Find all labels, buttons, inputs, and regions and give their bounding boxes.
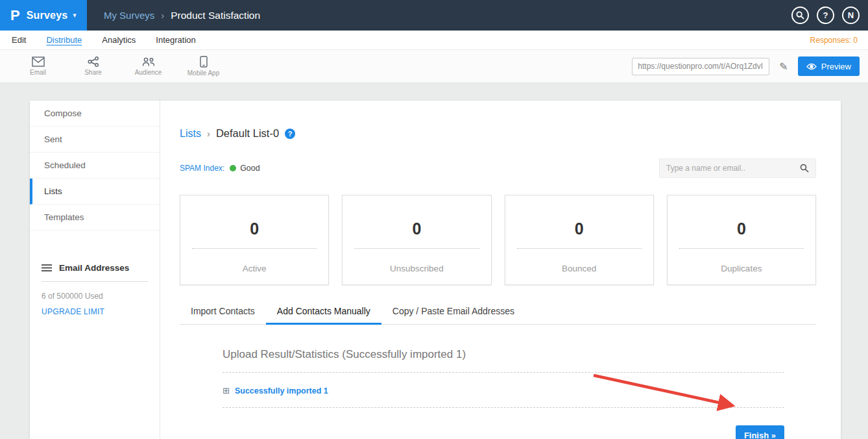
toolbar-item-audience[interactable]: Audience	[121, 56, 176, 76]
list-name: Default List-0	[216, 127, 279, 140]
stat-label: Duplicates	[721, 264, 762, 273]
caret-down-icon: ▾	[73, 11, 77, 19]
tab-analytics[interactable]: Analytics	[102, 35, 136, 45]
sidebar-item-templates[interactable]: Templates	[30, 205, 160, 231]
toolbar-item-email[interactable]: Email	[10, 56, 66, 76]
questionpro-logo: P	[10, 7, 20, 24]
upload-heading: Upload Result/Statistics (Successfully i…	[223, 348, 784, 373]
tab-copy-paste-email-addresses[interactable]: Copy / Paste Email Addresses	[381, 306, 525, 325]
sidebar-item-compose[interactable]: Compose	[30, 101, 160, 127]
survey-url-input[interactable]	[632, 58, 769, 75]
email-distribution-card: Compose Sent Scheduled Lists Templates E…	[30, 101, 841, 439]
breadcrumb-separator: ›	[161, 10, 164, 21]
page-body: Compose Sent Scheduled Lists Templates E…	[0, 83, 868, 439]
stat-card-unsubscribed: 0 Unsubscribed	[342, 195, 491, 285]
stat-value: 0	[354, 220, 479, 249]
top-bar: P Surveys ▾ My Surveys › Product Satisfa…	[0, 0, 868, 31]
stat-card-duplicates: 0 Duplicates	[667, 195, 816, 285]
tab-import-contacts[interactable]: Import Contacts	[180, 306, 266, 325]
search-icon[interactable]	[800, 164, 809, 173]
topbar-actions: ? N	[791, 0, 868, 31]
stat-value: 0	[517, 220, 642, 249]
email-addresses-header: Email Addresses	[42, 263, 148, 282]
breadcrumb: My Surveys › Product Satisfaction	[104, 0, 260, 31]
tab-distribute[interactable]: Distribute	[46, 35, 82, 45]
stat-label: Active	[243, 264, 267, 273]
global-search-button[interactable]	[791, 6, 809, 24]
edit-url-button[interactable]: ✎	[779, 60, 788, 73]
spam-status: Good	[240, 164, 260, 173]
email-addresses-title: Email Addresses	[59, 263, 129, 273]
status-dot	[230, 165, 236, 171]
preview-button-label: Preview	[821, 62, 851, 71]
surveys-menu[interactable]: P Surveys ▾	[0, 0, 87, 31]
eye-icon	[806, 63, 817, 70]
toolbar-item-share[interactable]: Share	[66, 56, 121, 76]
share-icon	[88, 56, 99, 67]
tab-edit[interactable]: Edit	[12, 35, 26, 45]
spam-row: SPAM Index: Good	[180, 158, 816, 178]
upgrade-limit-link[interactable]: UPGRADE LIMIT	[42, 307, 148, 316]
sidebar-item-lists[interactable]: Lists	[30, 179, 160, 205]
toolbar-item-label: Share	[84, 69, 102, 76]
email-icon	[32, 56, 45, 67]
contacts-tabs: Import Contacts Add Contacts Manually Co…	[180, 306, 816, 325]
toolbar-item-label: Mobile App	[187, 69, 219, 77]
stat-value: 0	[192, 220, 317, 249]
preview-button[interactable]: Preview	[798, 56, 860, 76]
product-name: Surveys	[27, 10, 68, 21]
contact-search-input[interactable]	[666, 164, 800, 173]
usage-text: 6 of 500000 Used	[42, 292, 148, 301]
help-button[interactable]: ?	[817, 6, 834, 24]
tab-add-contacts-manually[interactable]: Add Contacts Manually	[266, 306, 381, 325]
sidebar-item-sent[interactable]: Sent	[30, 127, 160, 153]
mobile-icon	[200, 56, 208, 68]
stat-label: Bounced	[562, 264, 596, 273]
finish-button[interactable]: Finish »	[736, 425, 784, 439]
imported-summary-row[interactable]: ⊞ Successfully imported 1	[223, 386, 784, 408]
expand-icon: ⊞	[223, 386, 230, 395]
email-addresses-section: Email Addresses 6 of 500000 Used UPGRADE…	[30, 263, 160, 316]
breadcrumb-current: Product Satisfaction	[171, 10, 260, 21]
spam-index-label[interactable]: SPAM Index:	[180, 164, 224, 173]
stats-row: 0 Active 0 Unsubscribed 0 Bounced 0 Dupl…	[180, 195, 816, 285]
upload-result-section: Upload Result/Statistics (Successfully i…	[223, 348, 784, 439]
stat-value: 0	[679, 220, 804, 249]
audience-icon	[142, 56, 155, 67]
lists-breadcrumb-link[interactable]: Lists	[180, 128, 201, 140]
stat-card-bounced: 0 Bounced	[505, 195, 654, 285]
avatar[interactable]: N	[842, 6, 860, 24]
list-icon	[42, 264, 52, 272]
stat-card-active: 0 Active	[180, 195, 329, 285]
survey-nav: Edit Distribute Analytics Integration Re…	[0, 31, 868, 50]
contact-search	[659, 158, 816, 178]
email-sidebar: Compose Sent Scheduled Lists Templates E…	[30, 101, 160, 439]
breadcrumb-separator: ›	[207, 128, 210, 139]
pencil-icon: ✎	[779, 61, 788, 72]
list-content: Lists › Default List-0 ? SPAM Index: Goo…	[160, 101, 841, 439]
responses-link[interactable]: Responses: 0	[810, 36, 858, 45]
toolbar-item-mobile-app[interactable]: Mobile App	[176, 56, 231, 77]
tab-integration[interactable]: Integration	[156, 35, 195, 45]
list-breadcrumb: Lists › Default List-0 ?	[180, 127, 816, 140]
stat-label: Unsubscribed	[390, 264, 444, 273]
search-icon	[796, 11, 804, 19]
breadcrumb-my-surveys[interactable]: My Surveys	[104, 10, 154, 21]
finish-row: Finish »	[223, 425, 784, 439]
distribute-toolbar: Email Share Audience Mobile App ✎ Previe…	[0, 50, 868, 83]
imported-summary-label: Successfully imported 1	[235, 386, 328, 395]
list-help-icon[interactable]: ?	[285, 129, 295, 139]
sidebar-item-scheduled[interactable]: Scheduled	[30, 153, 160, 179]
toolbar-item-label: Audience	[135, 69, 162, 76]
toolbar-item-label: Email	[30, 69, 46, 76]
